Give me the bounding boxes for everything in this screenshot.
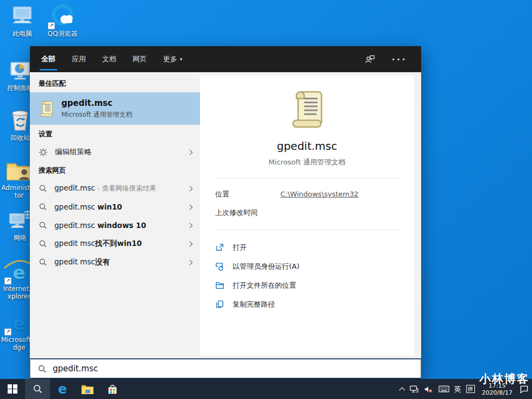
copy-icon <box>215 300 225 309</box>
web-suggestion[interactable]: gpedit.msc windows 10 <box>30 216 200 235</box>
desktop-icon-label: 此电脑 <box>4 30 40 37</box>
search-input[interactable] <box>53 364 414 373</box>
taskbar: e <box>0 379 532 399</box>
suggestion-text: gpedit.msc - 查看网络搜索结果 <box>54 183 181 193</box>
edge-e-glyph: e <box>12 313 25 334</box>
desktop-icon-qq-browser[interactable]: ↗ QQ浏览器 <box>45 3 80 37</box>
chevron-right-icon <box>187 259 193 265</box>
action-run-as-administrator[interactable]: 以管理员身份运行(A) <box>215 257 399 276</box>
search-results-area: 最佳匹配 gpedit.msc Microsoft 通用管理文档 设置 编辑组策… <box>30 72 421 358</box>
file-properties: 位置 C:\Windows\system32 上次修改时间 <box>215 179 399 230</box>
chevron-right-icon <box>187 241 193 246</box>
action-open[interactable]: 打开 <box>215 238 399 257</box>
tray-expand-icon[interactable] <box>400 386 404 392</box>
desktop-icon-label: QQ浏览器 <box>45 30 80 37</box>
edge-icon: e <box>58 383 67 396</box>
feedback-icon[interactable] <box>365 54 375 64</box>
taskbar-store-button[interactable] <box>100 379 125 399</box>
chevron-right-icon <box>187 149 193 155</box>
ime-mode-indicator[interactable]: 拼 <box>466 385 475 393</box>
suggestion-text: gpedit.msc win10 <box>54 202 181 211</box>
run-as-admin-icon <box>215 262 225 271</box>
shortcut-arrow-icon: ↗ <box>4 328 11 335</box>
action-copy-full-path[interactable]: 复制完整路径 <box>215 295 399 314</box>
action-label: 复制完整路径 <box>233 300 275 309</box>
tab-web[interactable]: 网页 <box>124 46 155 72</box>
network-status-icon[interactable] <box>409 385 419 394</box>
search-icon <box>39 221 47 230</box>
property-location: 位置 C:\Windows\system32 <box>215 185 399 204</box>
suggestion-text: gpedit msc找不到win10 <box>54 239 181 249</box>
file-explorer-icon <box>81 384 94 395</box>
chevron-right-icon <box>187 223 193 228</box>
section-header-best-match: 最佳匹配 <box>30 74 200 92</box>
web-suggestion[interactable]: gpedit msc找不到win10 <box>30 235 200 253</box>
shortcut-arrow-icon: ↗ <box>48 22 55 29</box>
web-suggestion[interactable]: gpedit msc没有 <box>30 253 200 271</box>
web-suggestion[interactable]: gpedit.msc win10 <box>30 198 200 216</box>
action-label: 打开文件所在的位置 <box>233 281 296 290</box>
desktop: { "colors": { "desktop_blue": "#0f86e1",… <box>0 0 532 399</box>
preview-header: gpedit.msc Microsoft 通用管理文档 <box>215 80 399 179</box>
file-actions: 打开 以管理员身份运行(A) <box>215 230 399 321</box>
watermark-text: 小林博客 <box>479 371 529 387</box>
gear-icon <box>39 148 48 157</box>
preview-subtitle: Microsoft 通用管理文档 <box>215 157 399 167</box>
msc-file-icon <box>39 100 54 117</box>
suggestion-text: gpedit msc没有 <box>54 257 181 267</box>
action-label: 打开 <box>233 243 247 252</box>
result-label: 编辑组策略 <box>55 147 181 157</box>
chevron-right-icon <box>187 186 193 191</box>
msc-file-icon-large <box>289 88 325 129</box>
start-button[interactable] <box>0 379 25 399</box>
best-match-result[interactable]: gpedit.msc Microsoft 通用管理文档 <box>30 92 200 125</box>
search-bar <box>30 358 421 379</box>
shortcut-arrow-icon: ↗ <box>4 277 11 284</box>
search-icon <box>37 364 47 373</box>
preview-pane: gpedit.msc Microsoft 通用管理文档 位置 C:\Window… <box>200 72 421 358</box>
open-location-icon <box>215 281 225 290</box>
section-header-settings: 设置 <box>30 125 200 143</box>
results-list: 最佳匹配 gpedit.msc Microsoft 通用管理文档 设置 编辑组策… <box>30 72 200 358</box>
open-icon <box>215 243 225 252</box>
best-match-title: gpedit.msc <box>61 98 132 108</box>
search-icon <box>33 384 43 394</box>
action-open-file-location[interactable]: 打开文件所在的位置 <box>215 276 399 295</box>
property-label: 位置 <box>215 189 280 199</box>
search-icon <box>39 258 47 267</box>
tab-more[interactable]: 更多 ▾ <box>155 46 191 72</box>
suggestion-text: gpedit.msc windows 10 <box>54 221 181 230</box>
property-last-modified: 上次修改时间 <box>215 204 399 222</box>
chevron-right-icon <box>187 204 193 210</box>
this-pc-icon <box>4 3 40 28</box>
windows-logo-icon <box>8 384 17 394</box>
search-icon <box>39 184 47 193</box>
more-options-icon[interactable]: ••• <box>392 56 407 63</box>
touch-keyboard-icon[interactable] <box>439 385 449 393</box>
ime-language-indicator[interactable]: 英 <box>454 384 461 394</box>
store-icon <box>107 383 118 395</box>
settings-result-edit-group-policy[interactable]: 编辑组策略 <box>30 143 200 161</box>
section-header-search-web: 搜索网页 <box>30 161 200 179</box>
qq-browser-icon: ↗ <box>45 3 80 28</box>
search-icon <box>39 239 47 248</box>
tab-all[interactable]: 全部 <box>33 46 64 72</box>
desktop-icon-this-pc[interactable]: 此电脑 <box>4 3 40 37</box>
web-suggestion[interactable]: gpedit.msc - 查看网络搜索结果 <box>30 179 200 198</box>
preview-title: gpedit.msc <box>215 140 399 153</box>
taskbar-search-button[interactable] <box>25 379 50 399</box>
file-location-link[interactable]: C:\Windows\system32 <box>280 190 359 198</box>
best-match-subtitle: Microsoft 通用管理文档 <box>61 110 132 119</box>
volume-muted-icon[interactable] <box>424 385 434 394</box>
action-label: 以管理员身份运行(A) <box>233 262 299 271</box>
taskbar-file-explorer-button[interactable] <box>75 379 100 399</box>
taskbar-edge-button[interactable]: e <box>50 379 75 399</box>
tab-documents[interactable]: 文档 <box>94 46 124 72</box>
chevron-down-icon: ▾ <box>180 56 183 62</box>
clock-date: 2020/8/17 <box>482 389 512 396</box>
search-flyout-panel: 全部 应用 文档 网页 更多 ▾ ••• 最佳匹配 <box>30 46 421 379</box>
search-icon <box>39 202 47 211</box>
property-label: 上次修改时间 <box>215 208 280 218</box>
search-panel-header: 全部 应用 文档 网页 更多 ▾ ••• <box>30 46 421 72</box>
tab-apps[interactable]: 应用 <box>64 46 94 72</box>
